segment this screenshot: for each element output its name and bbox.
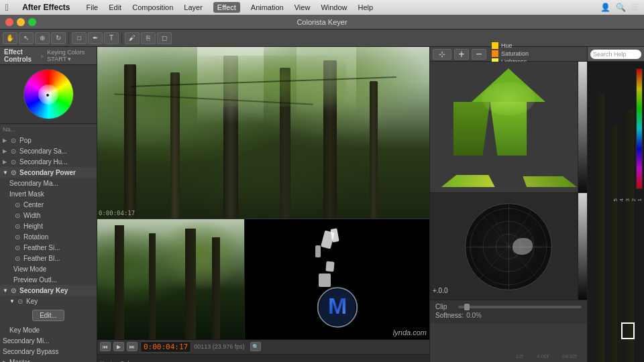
effect-controls-separator: ▸ bbox=[41, 52, 44, 60]
video-bottom-right[interactable]: M lynda.com bbox=[245, 219, 429, 339]
video-preview-top[interactable]: 0:00:04:17 bbox=[97, 47, 429, 219]
minus-button[interactable]: − bbox=[472, 49, 486, 60]
offset-display: +.0.0 bbox=[433, 287, 448, 294]
prev-tree-2 bbox=[610, 125, 617, 362]
clip-slider[interactable] bbox=[458, 306, 582, 308]
prop-pop[interactable]: ▶ ⊙ Pop bbox=[0, 135, 97, 145]
left-panel: Effect Controls ▸ Keying Colors START ▾ … bbox=[0, 47, 97, 362]
time-markers: 12f 4:00f 04:32f bbox=[516, 353, 577, 359]
prop-secondary-ma[interactable]: Secondary Ma... bbox=[0, 178, 97, 188]
transport-zoom[interactable]: 🔍 bbox=[250, 342, 261, 351]
menu-animation[interactable]: Animation bbox=[251, 3, 284, 11]
hsl-gradient-strip bbox=[578, 62, 587, 192]
hex-floor-right bbox=[523, 176, 577, 187]
edit-button[interactable]: Edit... bbox=[32, 310, 64, 321]
prop-item-name-label: Na... bbox=[0, 124, 97, 135]
menu-composition[interactable]: Composition bbox=[132, 3, 173, 11]
prop-width[interactable]: ⊙ Width bbox=[0, 210, 97, 221]
comp-name-display[interactable]: Keying Colors START ▾ bbox=[47, 49, 93, 62]
pen-tool-button[interactable]: ✒ bbox=[88, 32, 103, 44]
menu-file[interactable]: File bbox=[86, 3, 98, 11]
svg-line-4 bbox=[508, 217, 545, 246]
vs-gradient-strip bbox=[578, 193, 587, 300]
prop-label-feather-si: Feather Si... bbox=[23, 244, 60, 251]
matte-view: M bbox=[245, 219, 429, 339]
menu-view[interactable]: View bbox=[294, 3, 311, 11]
prop-label-power: Secondary Power bbox=[19, 169, 76, 176]
prop-preview-outl[interactable]: Preview Outl... bbox=[0, 274, 97, 285]
menu-edit[interactable]: Edit bbox=[109, 3, 121, 11]
plus-button[interactable]: + bbox=[454, 49, 469, 60]
prop-key[interactable]: ▼ ⊙ Key bbox=[0, 296, 97, 306]
text-tool-button[interactable]: T bbox=[104, 32, 119, 44]
timeline: ⏮ ▶ ⏭ 0:00:04:17 00113 (23.976 fps) 🔍 Ke… bbox=[97, 339, 429, 362]
video-timecode-overlay: 0:00:04:17 bbox=[99, 210, 135, 217]
prop-secondary-bypass[interactable]: Secondary Bypass bbox=[0, 346, 97, 357]
edit-button-container: Edit... bbox=[0, 306, 97, 324]
prop-arrow-sec-key: ▼ bbox=[3, 288, 8, 294]
matte-blob-3 bbox=[315, 245, 321, 257]
brush-tool-button[interactable]: 🖌 bbox=[125, 32, 140, 44]
prop-center[interactable]: ⊙ Center bbox=[0, 199, 97, 210]
clip-slider-thumb[interactable] bbox=[464, 304, 470, 310]
title-bar: Colorista Keyer bbox=[0, 15, 644, 29]
hex-left bbox=[453, 102, 490, 156]
prop-feather-si[interactable]: ⊙ Feather Si... bbox=[0, 242, 97, 253]
prop-label-sa: Secondary Sa... bbox=[19, 147, 67, 155]
transport-play[interactable]: ▶ bbox=[113, 342, 124, 351]
arrow-tool-button[interactable]: ↖ bbox=[19, 32, 34, 44]
stamp-tool-button[interactable]: ⎘ bbox=[141, 32, 156, 44]
user-icon: 👤 bbox=[600, 3, 610, 12]
menu-layer[interactable]: Layer bbox=[184, 3, 203, 11]
prop-master[interactable]: ▶ Master bbox=[0, 357, 97, 362]
hand-tool-button[interactable]: ✋ bbox=[3, 32, 17, 44]
prop-invert-mask[interactable]: Invert Mask bbox=[0, 188, 97, 199]
hue-label-row: Hue bbox=[492, 42, 582, 49]
crosshair-button[interactable]: ⊹ bbox=[433, 49, 451, 60]
fps-display: 00113 (23.976 fps) bbox=[194, 343, 245, 350]
prop-secondary-mi[interactable]: Secondary Mi... bbox=[0, 335, 97, 346]
menu-window[interactable]: Window bbox=[321, 3, 347, 11]
transport-skip-forward[interactable]: ⏭ bbox=[127, 342, 138, 351]
menu-effect[interactable]: Effect bbox=[213, 2, 240, 13]
prop-label-master: Master bbox=[9, 359, 30, 363]
prop-icon-sec-key: ⊙ bbox=[9, 286, 17, 294]
prop-secondary-sa[interactable]: ▶ ⊙ Secondary Sa... bbox=[0, 145, 97, 156]
prop-secondary-power[interactable]: ▼ ⊙ Secondary Power bbox=[0, 167, 97, 178]
vectorscope-mesh bbox=[466, 204, 551, 290]
toolbar-separator-2 bbox=[121, 33, 122, 44]
prop-icon-power: ⊙ bbox=[9, 168, 17, 176]
shape-tool-button[interactable]: □ bbox=[72, 32, 87, 44]
search-help-input[interactable]: Search Help bbox=[590, 50, 641, 59]
prop-height[interactable]: ⊙ Height bbox=[0, 221, 97, 231]
prop-icon-key: ⊙ bbox=[16, 297, 24, 305]
list-icon[interactable]: ☰ bbox=[631, 3, 639, 12]
prop-rotation[interactable]: ⊙ Rotation bbox=[0, 231, 97, 242]
rotate-tool-button[interactable]: ↻ bbox=[51, 32, 66, 44]
prop-label-view-mode: View Mode bbox=[13, 265, 46, 273]
menu-help[interactable]: Help bbox=[358, 3, 374, 11]
prop-feather-bl[interactable]: ⊙ Feather Bl... bbox=[0, 253, 97, 263]
prop-secondary-hu[interactable]: ▶ ⊙ Secondary Hu... bbox=[0, 156, 97, 167]
maximize-button[interactable] bbox=[28, 18, 36, 26]
prop-view-mode[interactable]: View Mode bbox=[0, 263, 97, 274]
prop-arrow-hu: ▶ bbox=[3, 159, 8, 165]
search-icon[interactable]: 🔍 bbox=[616, 3, 626, 12]
window-controls bbox=[5, 18, 36, 26]
selection-box[interactable] bbox=[621, 322, 635, 339]
effect-controls-title: Effect Controls bbox=[4, 48, 38, 63]
close-button[interactable] bbox=[5, 18, 13, 26]
svg-line-6 bbox=[508, 247, 538, 280]
saturation-color-box bbox=[492, 50, 498, 57]
color-wheel[interactable] bbox=[23, 69, 74, 119]
prop-secondary-key[interactable]: ▼ ⊙ Secondary Key bbox=[0, 285, 97, 296]
hue-color-box bbox=[492, 42, 498, 49]
video-bottom-left[interactable] bbox=[97, 219, 245, 339]
minimize-button[interactable] bbox=[17, 18, 25, 26]
eraser-tool-button[interactable]: ◻ bbox=[157, 32, 172, 44]
transport-skip-back[interactable]: ⏮ bbox=[100, 342, 111, 351]
prop-label-height: Height bbox=[23, 223, 43, 230]
hex-glow bbox=[482, 82, 535, 115]
prop-key-mode[interactable]: Key Mode bbox=[0, 324, 97, 335]
zoom-tool-button[interactable]: ⊕ bbox=[35, 32, 50, 44]
